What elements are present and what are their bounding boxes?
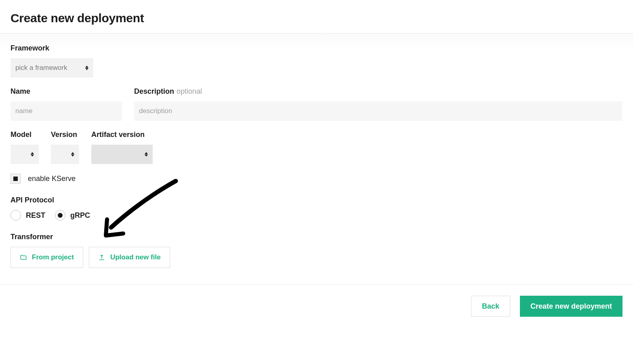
model-label: Model bbox=[11, 130, 39, 139]
enable-kserve-checkbox[interactable] bbox=[11, 174, 21, 184]
back-button[interactable]: Back bbox=[471, 296, 510, 317]
name-label: Name bbox=[11, 87, 122, 96]
description-input[interactable] bbox=[134, 101, 622, 121]
optional-tag: optional bbox=[177, 87, 202, 95]
model-select[interactable] bbox=[11, 145, 39, 164]
artifact-version-label: Artifact version bbox=[91, 130, 153, 139]
framework-select-placeholder: pick a framework bbox=[15, 64, 67, 72]
api-protocol-grpc[interactable]: gRPC bbox=[55, 210, 90, 221]
upload-icon bbox=[98, 254, 105, 261]
upload-new-file-label: Upload new file bbox=[110, 253, 161, 261]
radio-label-grpc: gRPC bbox=[70, 211, 90, 220]
framework-select[interactable]: pick a framework bbox=[11, 58, 93, 78]
api-protocol-label: API Protocol bbox=[11, 196, 622, 204]
version-label: Version bbox=[51, 130, 79, 139]
select-caret-icon bbox=[85, 66, 88, 70]
page-title: Create new deployment bbox=[11, 11, 622, 25]
api-protocol-rest[interactable]: REST bbox=[11, 210, 45, 221]
select-caret-icon bbox=[145, 152, 148, 157]
artifact-version-select[interactable] bbox=[91, 145, 153, 164]
version-select[interactable] bbox=[51, 145, 79, 164]
description-label: Descriptionoptional bbox=[134, 87, 622, 96]
radio-icon bbox=[11, 210, 21, 221]
from-project-button[interactable]: From project bbox=[11, 247, 83, 268]
framework-label: Framework bbox=[11, 44, 622, 53]
select-caret-icon bbox=[71, 152, 74, 157]
select-caret-icon bbox=[31, 152, 34, 157]
radio-icon bbox=[55, 210, 65, 221]
name-input[interactable] bbox=[11, 101, 122, 121]
checkbox-checked-icon bbox=[13, 177, 18, 181]
transformer-label: Transformer bbox=[11, 233, 622, 241]
create-deployment-button[interactable]: Create new deployment bbox=[520, 296, 622, 317]
folder-icon bbox=[20, 254, 27, 261]
radio-label-rest: REST bbox=[26, 211, 45, 220]
enable-kserve-label: enable KServe bbox=[28, 175, 76, 183]
from-project-label: From project bbox=[32, 253, 74, 261]
upload-new-file-button[interactable]: Upload new file bbox=[89, 247, 170, 268]
